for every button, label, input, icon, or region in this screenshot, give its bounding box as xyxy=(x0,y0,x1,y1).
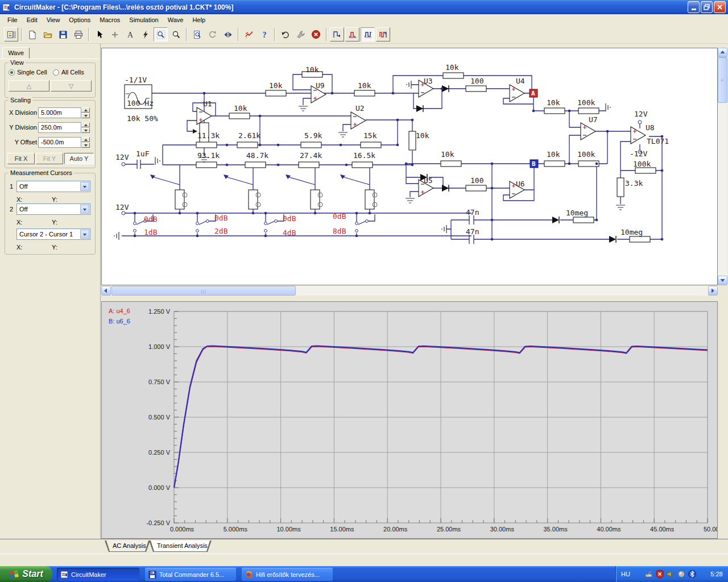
terminal[interactable] xyxy=(638,120,642,124)
resistor[interactable] xyxy=(299,162,319,168)
diode[interactable] xyxy=(416,105,423,112)
resistor[interactable] xyxy=(409,131,416,150)
probe-tool-button[interactable] xyxy=(242,27,256,41)
opamp[interactable] xyxy=(581,123,595,140)
help-button[interactable]: ? xyxy=(257,27,271,41)
text-tool-button[interactable]: A xyxy=(123,27,137,41)
title-bar[interactable]: CircuitMaker - [C:\Program Files\...\rel… xyxy=(0,0,728,14)
menu-options[interactable]: Options xyxy=(65,15,94,24)
switch-contact[interactable] xyxy=(355,230,358,232)
cursor2-dropdown[interactable]: Off xyxy=(16,203,90,215)
menu-view[interactable]: View xyxy=(43,15,64,24)
resistor[interactable] xyxy=(441,161,461,167)
resistor[interactable] xyxy=(578,108,599,114)
horizontal-scroll-thumb[interactable]: ||| xyxy=(111,286,296,296)
menu-wave[interactable]: Wave xyxy=(164,15,188,24)
volume-icon[interactable] xyxy=(666,569,675,579)
menu-help[interactable]: Help xyxy=(188,15,209,24)
terminal[interactable] xyxy=(122,211,125,215)
tab-transient-analysis[interactable]: Transient Analysis xyxy=(149,541,212,552)
open-file-button[interactable] xyxy=(40,27,55,41)
diode[interactable] xyxy=(609,236,616,243)
undo-button[interactable] xyxy=(278,27,292,41)
resistor[interactable] xyxy=(466,185,486,191)
language-indicator[interactable]: HU xyxy=(616,571,635,577)
resistor[interactable] xyxy=(301,142,321,148)
tab-ac-analysis[interactable]: AC Analysis xyxy=(105,541,150,552)
resistor[interactable] xyxy=(352,162,373,168)
transient-wave-button[interactable] xyxy=(361,27,375,41)
bluetooth-icon[interactable] xyxy=(688,569,697,579)
fit-y-button[interactable]: Fit Y xyxy=(36,153,63,164)
x-division-spinner[interactable] xyxy=(81,107,90,118)
digital-wave-button[interactable] xyxy=(330,27,344,41)
switch-contact[interactable] xyxy=(355,222,358,225)
y-offset-spinner[interactable] xyxy=(81,137,90,148)
x-division-input[interactable]: 5.000m xyxy=(38,107,81,118)
switch-contact[interactable] xyxy=(134,230,136,232)
spinner-down-icon[interactable] xyxy=(81,143,90,148)
scroll-left-button[interactable] xyxy=(101,286,111,296)
resistor[interactable] xyxy=(237,142,258,148)
menu-file[interactable]: File xyxy=(3,15,22,24)
y-offset-input[interactable]: -500.0m xyxy=(38,137,81,148)
resistor[interactable] xyxy=(544,161,565,167)
dropdown-arrow-icon[interactable] xyxy=(80,205,89,214)
stop-simulation-button[interactable] xyxy=(309,27,323,41)
new-file-button[interactable] xyxy=(25,27,39,41)
wrench-tool-button[interactable] xyxy=(293,27,308,41)
start-button[interactable]: Start xyxy=(0,566,52,582)
update-icon[interactable] xyxy=(677,569,686,579)
resistor[interactable] xyxy=(573,217,594,223)
all-cells-radio[interactable]: All Cells xyxy=(53,69,84,76)
resistor[interactable] xyxy=(266,90,286,96)
select-arrow-button[interactable] xyxy=(92,27,106,41)
spinner-up-icon[interactable] xyxy=(81,107,90,113)
diode[interactable] xyxy=(552,217,559,223)
y-division-input[interactable]: 250.0m xyxy=(38,122,81,133)
prev-cell-button[interactable]: △ xyxy=(9,80,49,92)
resistor[interactable] xyxy=(245,162,266,168)
fit-x-button[interactable]: Fit X xyxy=(7,153,35,164)
spinner-up-icon[interactable] xyxy=(81,122,90,127)
resistor[interactable] xyxy=(466,86,486,92)
taskbar-item-circuitmaker[interactable]: CircuitMaker xyxy=(57,568,139,581)
save-file-button[interactable] xyxy=(56,27,70,41)
schematic-canvas[interactable]: -1/1V100 Hz10k 50%U110k10kU910k10kU210kU… xyxy=(102,48,717,285)
spinner-down-icon[interactable] xyxy=(81,128,90,133)
schematic-area[interactable]: -1/1V100 Hz10k 50%U110k10kU910k10kU210kU… xyxy=(101,48,718,285)
taskbar-item-total-commander[interactable]: Total Commander 6.5... xyxy=(145,568,236,581)
switch-contact[interactable] xyxy=(196,222,199,225)
zoom-select-button[interactable] xyxy=(154,27,168,41)
resistor[interactable] xyxy=(630,236,650,242)
pan-split-button[interactable] xyxy=(221,27,235,41)
menu-simulation[interactable]: Simulation xyxy=(125,15,162,24)
browse-mode-button[interactable] xyxy=(4,27,18,41)
close-button[interactable] xyxy=(714,1,726,13)
diode[interactable] xyxy=(442,185,449,192)
spinner-up-icon[interactable] xyxy=(81,137,90,142)
mixed-wave-button[interactable] xyxy=(376,27,390,41)
wire-tool-button[interactable] xyxy=(138,27,152,41)
zoom-in-button[interactable] xyxy=(169,27,183,41)
security-shield-icon[interactable] xyxy=(655,569,664,579)
rotate-button[interactable] xyxy=(205,27,220,41)
tab-wave[interactable]: Wave xyxy=(2,47,30,59)
switch-contact[interactable] xyxy=(134,222,136,225)
vertical-scroll-thumb[interactable]: ≡ xyxy=(718,57,727,103)
resistor[interactable] xyxy=(443,73,464,78)
dropdown-arrow-icon[interactable] xyxy=(80,230,89,239)
single-cell-radio[interactable]: Single Cell xyxy=(9,69,47,76)
resistor[interactable] xyxy=(544,108,565,114)
switch-contact[interactable] xyxy=(366,220,369,223)
minimize-button[interactable] xyxy=(688,1,700,13)
cursor1-dropdown[interactable]: Off xyxy=(16,181,90,192)
place-part-button[interactable] xyxy=(107,27,122,41)
switch-contact[interactable] xyxy=(264,230,267,232)
opamp[interactable] xyxy=(631,127,646,144)
menu-edit[interactable]: Edit xyxy=(23,15,42,24)
opamp[interactable] xyxy=(510,85,524,102)
resistor[interactable] xyxy=(196,142,217,148)
menu-macros[interactable]: Macros xyxy=(96,15,124,24)
switch-contact[interactable] xyxy=(196,230,199,232)
